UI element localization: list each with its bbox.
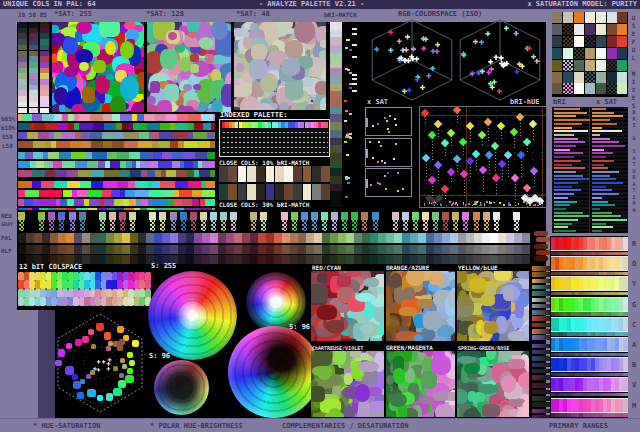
- hue-dot: [55, 360, 62, 367]
- pin-stem: [312, 220, 317, 231]
- swatch: [236, 63, 244, 72]
- swatch: [617, 48, 627, 59]
- pin-cap: [452, 212, 459, 220]
- data-point: [491, 142, 499, 150]
- swatch: [76, 208, 88, 210]
- comp-field-yellow-blue: [457, 271, 529, 341]
- swatch: [166, 114, 177, 121]
- polar-wheel-s255-big: [228, 326, 320, 418]
- trail: [501, 129, 502, 138]
- swatch: [165, 208, 178, 210]
- data-point: [387, 128, 389, 130]
- hue-sat-field-sat255[interactable]: [52, 22, 144, 112]
- swatch: [59, 152, 71, 159]
- swatch: [315, 81, 326, 96]
- hue-dot: [118, 380, 127, 389]
- speck: [451, 204, 453, 206]
- sat-bar: [592, 127, 602, 129]
- data-point: [498, 160, 506, 168]
- close-cols-30-swatches[interactable]: [219, 184, 331, 200]
- swatch: [138, 141, 152, 148]
- range-letter: V: [632, 381, 636, 389]
- swatch: [195, 152, 206, 159]
- stack-layer: [536, 237, 550, 242]
- range-thin: [551, 292, 627, 296]
- swatch: [585, 12, 595, 23]
- data-point: [387, 172, 389, 174]
- sat-bar: [592, 123, 617, 125]
- pin-cap: [190, 212, 197, 220]
- swatch: [160, 123, 170, 130]
- swatch: [124, 141, 138, 148]
- swatch: [320, 40, 326, 49]
- swatch: [192, 190, 202, 197]
- grid-line: [542, 107, 543, 207]
- trail: [457, 162, 458, 174]
- swatch: [574, 12, 584, 23]
- swatch: [396, 331, 415, 341]
- hue-dot: [122, 364, 127, 369]
- swatch: [210, 170, 215, 177]
- hue-dot: [117, 341, 123, 347]
- swatch: [623, 272, 628, 276]
- swatch: [93, 123, 104, 130]
- trail: [426, 161, 427, 178]
- swatch: [617, 36, 627, 47]
- bottom-label-primary-ranges: PRIMARY RANGES: [549, 422, 608, 431]
- data-point: [510, 174, 518, 182]
- data-point: [369, 141, 371, 143]
- trail: [463, 145, 464, 156]
- palette-row[interactable]: [18, 233, 530, 243]
- swatch: [182, 199, 193, 206]
- swatch: [76, 22, 91, 34]
- data-point: [370, 184, 372, 186]
- swatch: [24, 199, 33, 206]
- pin-cap: [58, 212, 65, 220]
- swatch: [129, 152, 140, 159]
- swatch: [417, 299, 432, 308]
- hue-dot: [88, 329, 94, 335]
- half-bright-row-1: [18, 245, 530, 254]
- swatch: [574, 24, 584, 35]
- data-point: [385, 188, 387, 190]
- brightness-towers: [18, 22, 49, 113]
- swatch: [179, 190, 192, 197]
- trail: [432, 138, 433, 161]
- swatch: [219, 166, 228, 182]
- pin-cap: [412, 212, 419, 220]
- indexed-palette-grid[interactable]: [219, 119, 330, 157]
- swatch: [39, 190, 49, 197]
- trail: [533, 127, 534, 140]
- hue-sat-field-sat128[interactable]: [147, 22, 231, 112]
- desat-strip: [532, 396, 552, 401]
- close-cols-10-swatches[interactable]: [219, 166, 331, 182]
- useful-mixes-grid[interactable]: [552, 12, 628, 97]
- swatch: [102, 132, 115, 139]
- desat-strip: [532, 390, 552, 395]
- speck: [523, 201, 525, 203]
- bri-bar: [554, 108, 580, 110]
- swatch: [213, 114, 215, 121]
- hue-dot: [108, 341, 113, 346]
- range-band: [551, 358, 627, 371]
- range-thin: [551, 332, 627, 336]
- swatch: [563, 83, 573, 94]
- desat-strip: [532, 409, 552, 414]
- pin-cap: [18, 212, 25, 220]
- sat-bar: [592, 215, 621, 217]
- swatch: [607, 24, 617, 35]
- pin-stem: [514, 220, 519, 231]
- swatch: [330, 76, 342, 84]
- pin-stem: [59, 220, 64, 231]
- swatch: [125, 190, 134, 197]
- hlf-label: HLF: [1, 247, 12, 255]
- hue-sat-field-sat48[interactable]: [234, 22, 326, 110]
- pin-stem: [484, 220, 489, 231]
- swatch: [25, 152, 34, 159]
- swatch: [330, 22, 342, 30]
- bri-bar: [554, 226, 568, 228]
- swatch: [330, 145, 342, 153]
- pin-stem: [39, 220, 44, 231]
- swatch: [173, 199, 181, 206]
- swatch: [522, 233, 530, 243]
